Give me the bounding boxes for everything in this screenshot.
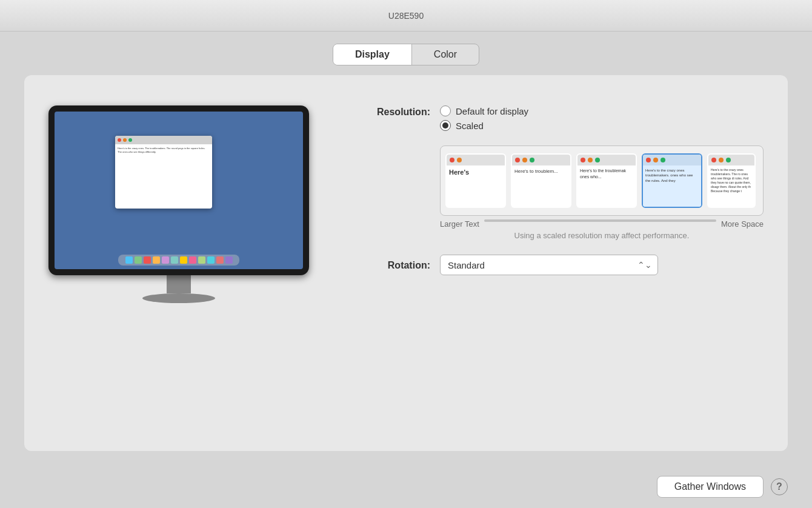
rotation-row: Rotation: Standard 90° 180° 270° ⌃⌄ [345, 255, 764, 275]
res-thumb-1[interactable]: Here's [445, 153, 506, 208]
res-thumb-4-content: Here's to the crazy ones troublemakers. … [643, 165, 701, 207]
dot-green [128, 138, 132, 142]
dock-icon [171, 256, 178, 264]
res-thumb-3-titlebar [577, 155, 636, 165]
res-thumb-5-titlebar [708, 155, 754, 165]
main-panel: Here's to the crazy ones. The troublemak… [24, 75, 788, 451]
res-thumb-1-titlebar [447, 155, 505, 165]
monitor-window-titlebar [115, 136, 212, 144]
resolution-slider[interactable] [484, 219, 716, 222]
thumbnails-container: Here's Here's to troublem... [440, 145, 764, 240]
window-title: U28E590 [388, 11, 424, 21]
res-dot-yellow [522, 158, 527, 162]
res-dot-red [646, 158, 651, 162]
res-dot-green [595, 158, 600, 162]
monitor-outer: Here's to the crazy ones. The troublemak… [48, 105, 309, 275]
res-dot-yellow [588, 158, 593, 162]
res-dot-green [726, 158, 731, 162]
res-dot-red [581, 158, 585, 162]
resolution-thumbs: Here's Here's to troublem... [440, 145, 764, 216]
res-dot-red [515, 158, 520, 162]
monitor-window: Here's to the crazy ones. The troublemak… [115, 136, 212, 209]
radio-row-scaled: Scaled [440, 120, 528, 131]
dock-icon [125, 256, 133, 264]
bottom-bar: Gather Windows ? [0, 466, 812, 508]
more-space-label: More Space [721, 219, 764, 229]
dock-icon [162, 256, 169, 264]
monitor-stand-neck [167, 275, 191, 293]
dock-icon [189, 256, 196, 264]
help-button[interactable]: ? [771, 478, 788, 495]
larger-text-label: Larger Text [440, 219, 479, 229]
tab-display[interactable]: Display [333, 44, 412, 65]
title-bar: U28E590 [0, 0, 812, 32]
radio-row-default: Default for display [440, 105, 528, 116]
rotation-label: Rotation: [345, 259, 430, 271]
tab-color[interactable]: Color [412, 44, 479, 65]
resolution-label: Resolution: [345, 105, 430, 118]
res-thumb-5-content: Here's to the crazy ones troublemakers. … [708, 165, 754, 207]
radio-default[interactable] [440, 105, 451, 116]
gather-windows-button[interactable]: Gather Windows [657, 476, 764, 498]
monitor-stand-base [142, 293, 215, 303]
res-dot-red [450, 158, 454, 162]
res-dot-green [661, 158, 665, 162]
res-dot-yellow [457, 158, 462, 162]
dock-icon [216, 256, 224, 264]
dock-icon [198, 256, 205, 264]
res-thumb-3[interactable]: Here's to the troublemak ones who... [576, 153, 637, 208]
tab-group: Display Color [333, 44, 479, 65]
settings-section: Resolution: Default for display Scaled [345, 93, 764, 433]
dock-icon [225, 256, 233, 264]
res-dot-yellow [653, 158, 658, 162]
perf-note: Using a scaled resolution may affect per… [440, 231, 764, 240]
res-dot-green [530, 158, 534, 162]
monitor-dock [118, 255, 239, 266]
dock-icon [135, 256, 142, 264]
rotation-select-wrapper: Standard 90° 180° 270° ⌃⌄ [440, 255, 658, 275]
rotation-select[interactable]: Standard 90° 180° 270° [440, 255, 658, 275]
res-thumb-4[interactable]: Here's to the crazy ones troublemakers. … [642, 153, 702, 208]
dock-icon [180, 256, 187, 264]
dot-red [118, 138, 121, 142]
dot-yellow [123, 138, 127, 142]
res-dot-red [711, 158, 716, 162]
res-thumb-1-content: Here's [447, 165, 505, 207]
resolution-controls: Default for display Scaled [440, 105, 528, 131]
res-dot-yellow [719, 158, 724, 162]
res-thumb-2-titlebar [512, 155, 570, 165]
res-thumb-3-content: Here's to the troublemak ones who... [577, 165, 636, 207]
res-thumb-2-content: Here's to troublem... [512, 165, 570, 207]
monitor-screen: Here's to the crazy ones. The troublemak… [55, 112, 303, 269]
res-thumb-2[interactable]: Here's to troublem... [511, 153, 571, 208]
radio-scaled[interactable] [440, 120, 451, 131]
resolution-row: Resolution: Default for display Scaled [345, 105, 764, 131]
monitor-section: Here's to the crazy ones. The troublemak… [48, 93, 309, 433]
thumb-label-row: Larger Text More Space [440, 219, 764, 229]
radio-scaled-label: Scaled [456, 121, 484, 131]
dock-icon [207, 256, 215, 264]
dock-icon [153, 256, 160, 264]
res-thumb-5[interactable]: Here's to the crazy ones troublemakers. … [707, 153, 756, 208]
tab-bar: Display Color [0, 44, 812, 65]
monitor-window-content: Here's to the crazy ones. The troublemak… [115, 144, 212, 156]
res-thumb-4-titlebar [643, 155, 701, 165]
radio-default-label: Default for display [456, 106, 528, 116]
dock-icon [144, 256, 151, 264]
